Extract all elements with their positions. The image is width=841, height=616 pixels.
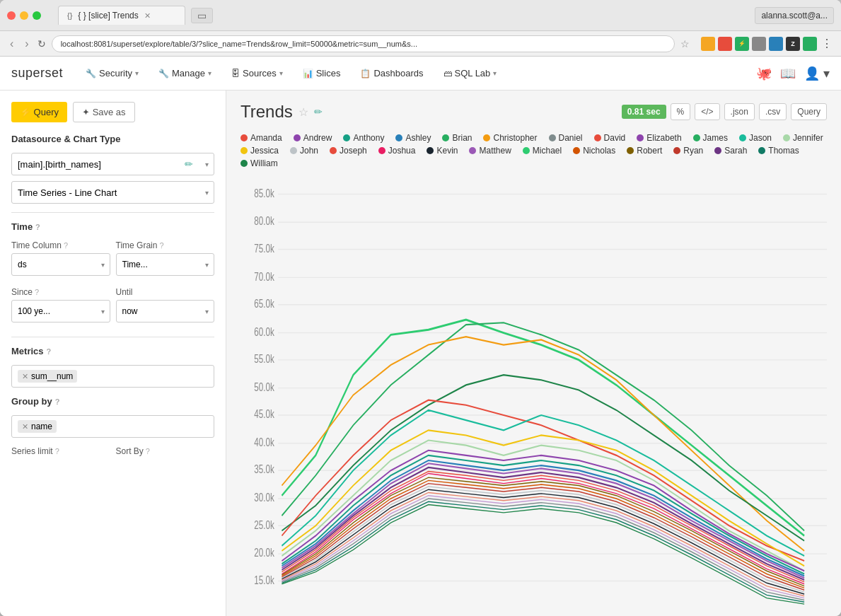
legend-dot-amanda bbox=[240, 134, 248, 141]
legend-item-michael: Michael bbox=[523, 146, 562, 156]
percent-button[interactable]: % bbox=[671, 103, 691, 120]
legend-item-ryan: Ryan bbox=[673, 146, 703, 156]
time-help-icon[interactable]: ? bbox=[35, 223, 40, 231]
back-button[interactable]: ‹ bbox=[7, 36, 16, 52]
query-button-chart[interactable]: Query bbox=[791, 103, 827, 120]
chart-type-select[interactable]: Time Series - Line Chart bbox=[11, 181, 214, 204]
series-limit-label: Series limit ? bbox=[11, 446, 110, 456]
legend-dot-jessica bbox=[240, 147, 248, 154]
legend-label-jessica: Jessica bbox=[250, 146, 279, 156]
chart-header: Trends ☆ ✏ 0.81 sec % </> .json .csv Que… bbox=[240, 102, 827, 122]
metrics-tag-remove-icon[interactable]: ✕ bbox=[22, 372, 28, 381]
sidebar-buttons: ⚡ Query ✦ Save as bbox=[11, 102, 214, 122]
series-limit-help-icon[interactable]: ? bbox=[55, 447, 59, 455]
menu-button[interactable]: ⋮ bbox=[820, 37, 834, 51]
svg-text:80.0k: 80.0k bbox=[254, 216, 274, 228]
csv-button[interactable]: .csv bbox=[759, 103, 787, 120]
ext-icon-4[interactable] bbox=[752, 37, 766, 51]
legend-dot-james bbox=[693, 134, 700, 141]
app-nav: superset 🔧 Security ▾ 🔧 Manage ▾ 🗄 Sourc… bbox=[0, 57, 841, 91]
sqllab-caret-icon: ▾ bbox=[493, 69, 497, 77]
legend-item-daniel: Daniel bbox=[549, 133, 583, 143]
nav-sqllab-label: SQL Lab bbox=[455, 68, 491, 79]
legend-dot-robert bbox=[627, 147, 634, 154]
forward-button[interactable]: › bbox=[22, 36, 31, 52]
nav-sources[interactable]: 🗄 Sources ▾ bbox=[223, 64, 291, 83]
datasource-edit-icon[interactable]: ✏ bbox=[185, 158, 193, 170]
legend-dot-sarah bbox=[714, 147, 721, 154]
since-select[interactable]: 100 ye... bbox=[11, 300, 110, 322]
time-column-help-icon[interactable]: ? bbox=[64, 241, 68, 250]
new-tab-button[interactable]: ▭ bbox=[191, 8, 213, 23]
github-icon[interactable]: 🐙 bbox=[756, 66, 772, 81]
minimize-button[interactable] bbox=[20, 11, 28, 20]
reload-button[interactable]: ↻ bbox=[37, 38, 46, 50]
group-by-tag-remove-icon[interactable]: ✕ bbox=[22, 422, 28, 431]
metrics-help-icon[interactable]: ? bbox=[47, 347, 52, 356]
nav-slices[interactable]: 📊 Slices bbox=[294, 64, 349, 83]
group-by-help-icon[interactable]: ? bbox=[55, 397, 60, 406]
favorite-icon[interactable]: ☆ bbox=[298, 105, 308, 119]
legend-item-david: David bbox=[594, 133, 626, 143]
legend-dot-william bbox=[240, 160, 248, 167]
ext-icon-6[interactable]: Z bbox=[786, 37, 800, 51]
since-col: Since ? 100 ye... ▾ bbox=[11, 287, 110, 328]
datasource-select-wrapper: [main].[birth_names] ▾ ✏ bbox=[11, 153, 214, 175]
metrics-tag-input[interactable]: ✕ sum__num bbox=[11, 365, 214, 388]
legend-label-nicholas: Nicholas bbox=[583, 146, 615, 156]
tab-close-icon[interactable]: ✕ bbox=[144, 11, 151, 21]
query-time-badge: 0.81 sec bbox=[622, 105, 666, 119]
legend-label-joshua: Joshua bbox=[388, 146, 416, 156]
datasource-select[interactable]: [main].[birth_names] bbox=[11, 153, 214, 175]
sort-by-col: Sort By ? bbox=[116, 446, 215, 459]
time-grain-label: Time Grain ? bbox=[116, 240, 215, 250]
ext-icon-7[interactable] bbox=[803, 37, 817, 51]
ext-icon-2[interactable] bbox=[718, 37, 732, 51]
title-bar: {} { } [slice] Trends ✕ ▭ alanna.scott@a… bbox=[0, 0, 841, 31]
browser-tab[interactable]: {} { } [slice] Trends ✕ bbox=[58, 6, 185, 25]
browser-extensions: ⚡ Z ⋮ bbox=[701, 37, 834, 51]
until-select[interactable]: now bbox=[116, 300, 215, 322]
time-grain-help-icon[interactable]: ? bbox=[159, 241, 163, 250]
ext-icon-5[interactable] bbox=[769, 37, 783, 51]
close-button[interactable] bbox=[7, 11, 16, 20]
svg-text:25.0k: 25.0k bbox=[254, 519, 274, 531]
group-by-tag-input[interactable]: ✕ name bbox=[11, 415, 214, 438]
sidebar: ⚡ Query ✦ Save as Datasource & Chart Typ… bbox=[0, 91, 226, 616]
legend-dot-elizabeth bbox=[637, 134, 644, 141]
nav-manage[interactable]: 🔧 Manage ▾ bbox=[150, 64, 220, 83]
edit-icon[interactable]: ✏ bbox=[314, 106, 323, 117]
address-bar: ‹ › ↻ ☆ ⚡ Z ⋮ bbox=[0, 31, 841, 57]
user-menu-icon[interactable]: 👤 ▾ bbox=[804, 66, 830, 81]
legend-label-brian: Brian bbox=[452, 133, 472, 143]
address-input[interactable] bbox=[52, 35, 675, 52]
docs-icon[interactable]: 📖 bbox=[780, 66, 796, 81]
code-button[interactable]: </> bbox=[695, 103, 719, 120]
legend-dot-joseph bbox=[330, 147, 337, 154]
query-button[interactable]: ⚡ Query bbox=[11, 102, 67, 122]
time-column-col: Time Column ? ds ▾ bbox=[11, 240, 110, 281]
metrics-tag-sum-num: ✕ sum__num bbox=[18, 370, 77, 383]
bookmark-icon[interactable]: ☆ bbox=[680, 38, 690, 50]
svg-text:30.0k: 30.0k bbox=[254, 492, 274, 504]
nav-security[interactable]: 🔧 Security ▾ bbox=[77, 64, 147, 83]
time-grain-select-wrapper: Time... ▾ bbox=[116, 253, 215, 276]
group-by-tag-label: name bbox=[31, 422, 52, 431]
sort-by-help-icon[interactable]: ? bbox=[146, 447, 150, 455]
time-column-select[interactable]: ds bbox=[11, 253, 110, 276]
sources-caret-icon: ▾ bbox=[279, 69, 283, 77]
since-help-icon[interactable]: ? bbox=[35, 288, 39, 296]
ext-icon-3[interactable]: ⚡ bbox=[735, 37, 749, 51]
nav-dashboards[interactable]: 📋 Dashboards bbox=[352, 64, 431, 83]
nav-sqllab[interactable]: 🗃 SQL Lab ▾ bbox=[435, 64, 506, 83]
legend-label-anthony: Anthony bbox=[353, 133, 384, 143]
maximize-button[interactable] bbox=[33, 11, 41, 20]
time-grain-select[interactable]: Time... bbox=[116, 253, 215, 276]
chart-title-row: Trends ☆ ✏ bbox=[240, 102, 323, 122]
chart-area: Trends ☆ ✏ 0.81 sec % </> .json .csv Que… bbox=[226, 91, 841, 616]
save-as-button[interactable]: ✦ Save as bbox=[73, 102, 135, 122]
json-button[interactable]: .json bbox=[724, 103, 755, 120]
legend-item-amanda: Amanda bbox=[240, 133, 282, 143]
ext-icon-1[interactable] bbox=[701, 37, 715, 51]
legend-item-jessica: Jessica bbox=[240, 146, 279, 156]
